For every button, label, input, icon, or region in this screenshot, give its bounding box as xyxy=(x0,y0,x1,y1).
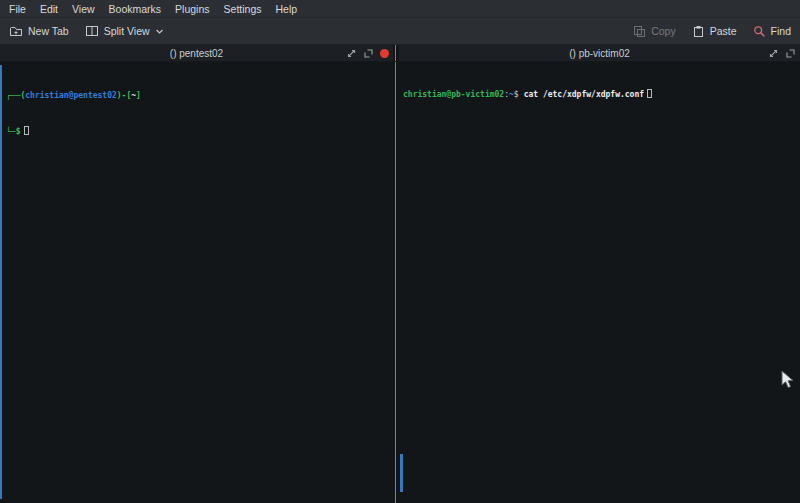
terminal-cursor xyxy=(24,126,29,135)
close-view-button[interactable] xyxy=(380,49,389,58)
find-button[interactable]: Find xyxy=(753,25,791,38)
find-label: Find xyxy=(771,25,791,37)
menu-bookmarks[interactable]: Bookmarks xyxy=(102,0,169,18)
menu-edit[interactable]: Edit xyxy=(33,0,65,18)
right-terminal-output: christian@pb-victim02:~$cat /etc/xdpfw/x… xyxy=(399,62,800,125)
copy-button[interactable]: Copy xyxy=(633,25,676,38)
split-view-button[interactable]: Split View xyxy=(85,24,164,38)
new-tab-label: New Tab xyxy=(28,25,69,37)
tab-new-icon xyxy=(9,24,23,38)
paste-button[interactable]: Paste xyxy=(692,25,737,38)
menu-file[interactable]: File xyxy=(2,0,33,18)
right-split-header[interactable]: () pb-victim02 xyxy=(399,45,800,61)
left-terminal-pane[interactable]: ┌──(christian@pentest02)-[~] └─$ xyxy=(0,62,393,503)
menu-help[interactable]: Help xyxy=(269,0,305,18)
split-header-row: () pentest02 () pb-victim02 xyxy=(0,45,800,62)
toolbar-right-group: Copy Paste Find xyxy=(633,25,791,38)
menu-settings[interactable]: Settings xyxy=(217,0,269,18)
right-header-icons xyxy=(768,45,796,61)
terminal-area: ┌──(christian@pentest02)-[~] └─$ christi… xyxy=(0,62,800,503)
left-split-title: () pentest02 xyxy=(170,48,223,59)
prompt-line-1: ┌──(christian@pentest02)-[~] xyxy=(6,90,393,102)
copy-label: Copy xyxy=(651,25,676,37)
prompt-line: christian@pb-victim02:~$cat /etc/xdpfw/x… xyxy=(403,89,800,101)
detach-view-icon[interactable] xyxy=(785,48,796,59)
maximize-view-icon[interactable] xyxy=(768,48,779,59)
right-pane-scrollbar-thumb[interactable] xyxy=(400,454,403,492)
left-terminal-output: ┌──(christian@pentest02)-[~] └─$ xyxy=(0,62,393,162)
menu-plugins[interactable]: Plugins xyxy=(168,0,216,18)
new-tab-button[interactable]: New Tab xyxy=(9,24,69,38)
copy-icon xyxy=(633,25,646,38)
paste-icon xyxy=(692,25,705,38)
right-split-title: () pb-victim02 xyxy=(569,48,630,59)
maximize-view-icon[interactable] xyxy=(346,48,357,59)
chevron-down-icon xyxy=(155,27,164,36)
view-split-icon xyxy=(85,24,99,38)
left-header-icons xyxy=(346,45,389,61)
left-split-header[interactable]: () pentest02 xyxy=(0,45,393,61)
right-terminal-pane[interactable]: christian@pb-victim02:~$cat /etc/xdpfw/x… xyxy=(399,62,800,503)
search-icon xyxy=(753,25,766,38)
left-pane-scrollbar[interactable] xyxy=(0,65,2,499)
menu-view[interactable]: View xyxy=(65,0,102,18)
main-toolbar: New Tab Split View Copy xyxy=(0,18,800,45)
terminal-cursor xyxy=(647,89,652,98)
menu-bar: File Edit View Bookmarks Plugins Setting… xyxy=(0,0,800,18)
paste-label: Paste xyxy=(710,25,737,37)
prompt-line-2: └─$ xyxy=(6,126,393,138)
konsole-window: File Edit View Bookmarks Plugins Setting… xyxy=(0,0,800,503)
split-view-label: Split View xyxy=(104,25,150,37)
detach-view-icon[interactable] xyxy=(363,48,374,59)
